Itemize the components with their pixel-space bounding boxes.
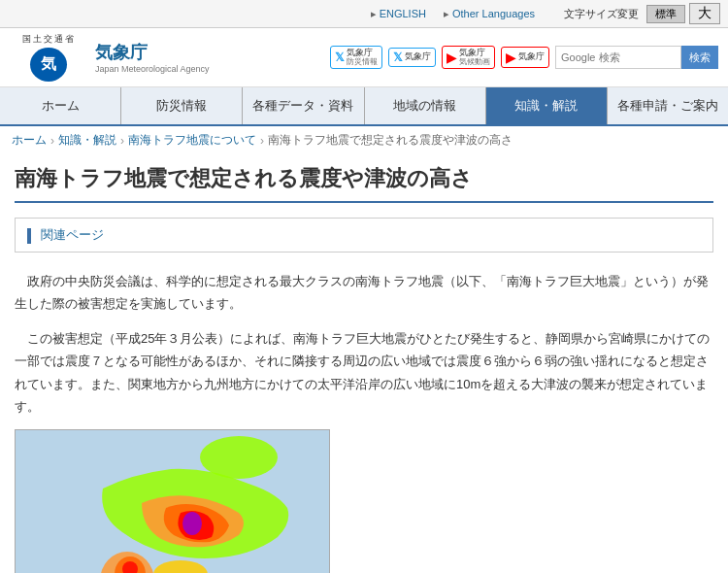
breadcrumb-sep-3: › bbox=[260, 134, 264, 148]
nav-home[interactable]: ホーム bbox=[0, 87, 121, 124]
logo-top-text: 国土交通省 bbox=[22, 33, 76, 46]
main-nav: ホーム 防災情報 各種データ・資料 地域の情報 知識・解説 各種申請・ご案内 bbox=[0, 87, 728, 126]
agency-name: 気象庁 bbox=[95, 41, 210, 64]
breadcrumb-current: 南海トラフ地震で想定される震度や津波の高さ bbox=[268, 132, 513, 149]
other-languages-link[interactable]: Other Languages bbox=[444, 8, 535, 20]
font-standard-button[interactable]: 標準 bbox=[646, 5, 685, 23]
breadcrumb-chishiki[interactable]: 知識・解説 bbox=[58, 132, 116, 149]
search-box: 検索 bbox=[555, 46, 718, 69]
top-bar: ENGLISH Other Languages 文字サイズ変更 標準 大 bbox=[0, 0, 728, 28]
language-section: ENGLISH Other Languages bbox=[371, 8, 545, 20]
logo-image: 国土交通省 気 bbox=[10, 33, 87, 82]
english-link[interactable]: ENGLISH bbox=[371, 8, 426, 20]
nav-shinsei[interactable]: 各種申請・ご案内 bbox=[608, 87, 728, 124]
breadcrumb: ホーム › 知識・解説 › 南海トラフ地震について › 南海トラフ地震で想定され… bbox=[0, 126, 728, 154]
related-box: 関連ページ bbox=[15, 218, 713, 253]
breadcrumb-nankai[interactable]: 南海トラフ地震について bbox=[128, 132, 256, 149]
nav-chishiki[interactable]: 知識・解説 bbox=[486, 87, 608, 124]
page-title: 南海トラフ地震で想定される震度や津波の高さ bbox=[15, 164, 713, 203]
twitter-label2: 防災情報 bbox=[347, 58, 378, 67]
logo-circle: 気 bbox=[30, 48, 67, 82]
twitter-link-2[interactable]: 𝕏 気象庁 bbox=[388, 48, 436, 67]
youtube-label3: 気象庁 bbox=[518, 52, 545, 62]
svg-point-2 bbox=[182, 512, 202, 535]
font-large-button[interactable]: 大 bbox=[689, 3, 720, 24]
japan-map-svg: 0 150 300 km bbox=[16, 430, 330, 573]
nav-chiiki[interactable]: 地域の情報 bbox=[365, 87, 486, 124]
youtube-label2: 気候動画 bbox=[459, 58, 490, 67]
youtube-link[interactable]: ▶ 気象庁 気候動画 bbox=[442, 46, 495, 70]
paragraph-1: 政府の中央防災会議は、科学的に想定される最大クラスの南海トラフ地震（以下、「南海… bbox=[15, 270, 713, 316]
twitter-label3: 気象庁 bbox=[405, 52, 431, 62]
youtube-link-2[interactable]: ▶ 気象庁 bbox=[501, 47, 549, 68]
breadcrumb-home[interactable]: ホーム bbox=[12, 132, 47, 149]
paragraph-2: この被害想定（平成25年３月公表）によれば、南海トラフ巨大地震がひとたび発生する… bbox=[15, 327, 713, 419]
social-links: 𝕏 気象庁 防災情報 𝕏 気象庁 ▶ 気象庁 気候動画 ▶ 気象庁 bbox=[330, 46, 718, 70]
logo-circle-text: 気 bbox=[41, 54, 56, 75]
related-inner: 関連ページ bbox=[16, 219, 712, 252]
related-link[interactable]: 関連ページ bbox=[41, 227, 104, 242]
breadcrumb-sep-2: › bbox=[120, 134, 124, 148]
header: 国土交通省 気 気象庁 Japan Meteorological Agency … bbox=[0, 28, 728, 87]
main-content: 南海トラフ地震で想定される震度や津波の高さ 関連ページ 政府の中央防災会議は、科… bbox=[0, 154, 728, 573]
logo-area: 国土交通省 気 気象庁 Japan Meteorological Agency bbox=[10, 33, 210, 82]
map-container: 震度階級 7 6強 6弱 5強 bbox=[15, 429, 713, 573]
nav-bousai[interactable]: 防災情報 bbox=[121, 87, 243, 124]
breadcrumb-sep-1: › bbox=[50, 134, 54, 148]
related-bar bbox=[27, 228, 31, 244]
logo-name-area: 気象庁 Japan Meteorological Agency bbox=[95, 41, 210, 74]
agency-sub: Japan Meteorological Agency bbox=[95, 64, 210, 74]
search-button[interactable]: 検索 bbox=[681, 46, 718, 69]
font-size-label: 文字サイズ変更 bbox=[564, 7, 639, 21]
font-size-section: 文字サイズ変更 標準 大 bbox=[564, 3, 720, 24]
search-input[interactable] bbox=[555, 46, 681, 69]
nav-data[interactable]: 各種データ・資料 bbox=[243, 87, 364, 124]
twitter-link-1[interactable]: 𝕏 気象庁 防災情報 bbox=[330, 46, 382, 70]
map-box: 震度階級 7 6強 6弱 5強 bbox=[15, 429, 330, 573]
